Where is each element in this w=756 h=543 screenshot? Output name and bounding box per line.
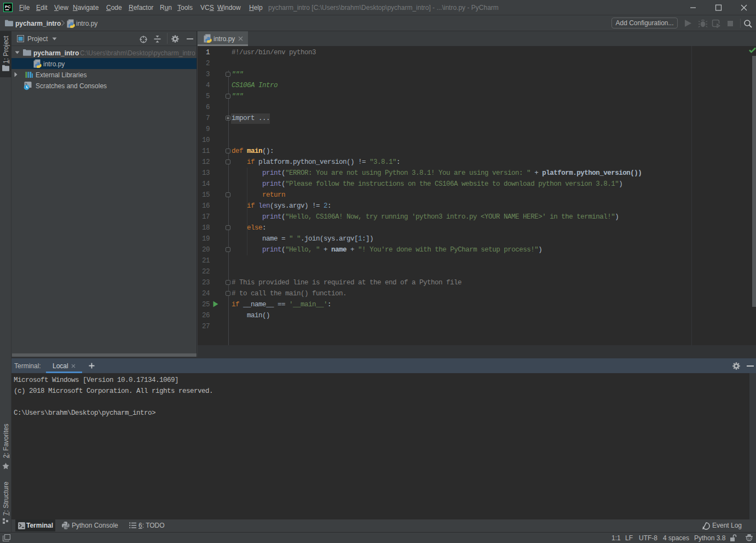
svg-text:PC: PC — [5, 4, 11, 9]
